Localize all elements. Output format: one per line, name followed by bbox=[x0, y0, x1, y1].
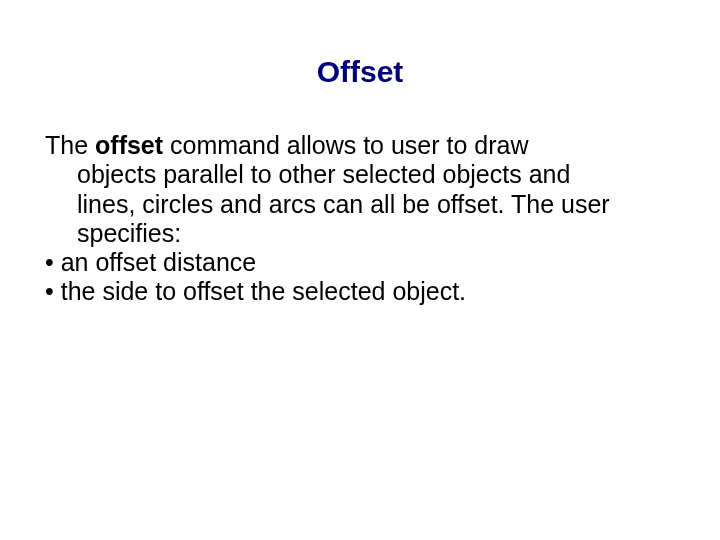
slide-title: Offset bbox=[45, 55, 675, 89]
command-name: offset bbox=[95, 131, 163, 159]
intro-line4: specifies: bbox=[45, 219, 675, 248]
intro-paragraph: The offset command allows to user to dra… bbox=[45, 131, 675, 248]
slide-body: The offset command allows to user to dra… bbox=[45, 131, 675, 307]
intro-line3: lines, circles and arcs can all be offse… bbox=[45, 190, 675, 219]
intro-line2: objects parallel to other selected objec… bbox=[45, 160, 675, 189]
bullet-offset-side: • the side to offset the selected object… bbox=[45, 277, 675, 306]
bullet-offset-distance: • an offset distance bbox=[45, 248, 675, 277]
intro-rest-line1: command allows to user to draw bbox=[163, 131, 528, 159]
slide: Offset The offset command allows to user… bbox=[0, 0, 720, 540]
intro-lead: The bbox=[45, 131, 95, 159]
